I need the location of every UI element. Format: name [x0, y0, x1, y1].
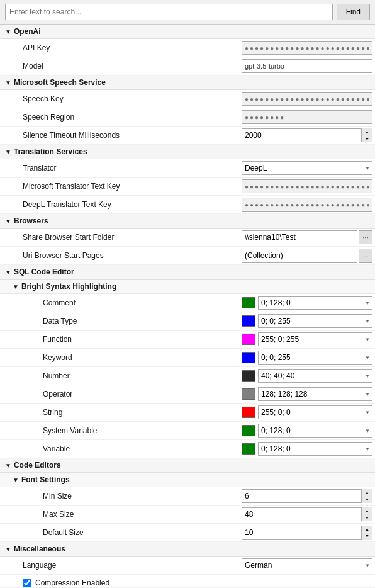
compression-checkbox[interactable]: [23, 579, 31, 587]
string-color-row: [242, 405, 372, 419]
function-color-input[interactable]: [258, 332, 372, 346]
miscellaneous-label: Miscellaneous: [14, 545, 65, 553]
ms-text-key-row: Microsoft Translator Text Key: [0, 178, 375, 196]
language-select-wrapper: German: [242, 558, 372, 572]
openai-model-control: [239, 59, 375, 74]
string-color-input[interactable]: [258, 405, 372, 419]
section-translation[interactable]: ▼ Translation Services: [0, 145, 375, 159]
speech-key-control: [239, 91, 375, 106]
comment-color-input[interactable]: [258, 296, 372, 310]
share-folder-input[interactable]: [242, 230, 357, 244]
section-font-settings[interactable]: ▼ Font Settings: [0, 473, 375, 487]
speech-key-input[interactable]: [242, 92, 372, 106]
silence-timeout-input[interactable]: [242, 128, 372, 142]
max-size-input[interactable]: [242, 507, 372, 521]
bright-syntax-arrow: ▼: [13, 283, 19, 290]
operator-label: Operator: [0, 388, 239, 400]
section-microsoft-speech[interactable]: ▼ Microsoft Speech Service: [0, 76, 375, 90]
language-control: German: [239, 558, 375, 573]
min-size-down[interactable]: ▼: [362, 496, 372, 503]
max-size-label: Max Size: [0, 509, 239, 520]
system-variable-swatch: [242, 425, 255, 436]
uri-pages-browse-button[interactable]: ···: [359, 249, 372, 263]
operator-row: Operator: [0, 385, 375, 404]
number-swatch: [242, 370, 255, 382]
comment-row: Comment: [0, 294, 375, 312]
sql-arrow: ▼: [5, 269, 11, 276]
default-size-down[interactable]: ▼: [362, 533, 372, 540]
code-editors-label: Code Editors: [14, 461, 61, 470]
sql-label: SQL Code Editor: [14, 268, 74, 276]
keyword-color-input[interactable]: [258, 351, 372, 365]
min-size-input[interactable]: [242, 489, 372, 503]
variable-color-input[interactable]: [258, 442, 372, 456]
comment-label: Comment: [0, 297, 239, 308]
deepl-text-key-input[interactable]: [242, 198, 372, 212]
bright-syntax-label: Bright Syntax Highlighting: [21, 282, 116, 291]
section-code-editors[interactable]: ▼ Code Editors: [0, 458, 375, 473]
section-openai[interactable]: ▼ OpenAi: [0, 25, 375, 39]
number-color-row: [242, 369, 372, 383]
uri-pages-control: ···: [239, 248, 375, 263]
openai-apikey-input[interactable]: [242, 41, 372, 55]
string-swatch: [242, 407, 255, 418]
system-variable-label: System Variable: [0, 425, 239, 436]
font-settings-label: Font Settings: [21, 475, 70, 484]
operator-color-row: [242, 387, 372, 401]
system-variable-color-input[interactable]: [258, 424, 372, 438]
translator-select-wrapper: DeepL: [242, 161, 372, 175]
silence-timeout-spinner: ▲ ▼: [242, 128, 372, 142]
default-size-up[interactable]: ▲: [362, 526, 372, 533]
variable-label: Variable: [0, 443, 239, 455]
silence-timeout-up[interactable]: ▲: [362, 128, 372, 135]
comment-swatch: [242, 297, 255, 308]
system-variable-value-wrapper: [258, 424, 372, 438]
language-select[interactable]: German: [242, 558, 372, 572]
translator-select[interactable]: DeepL: [242, 161, 372, 175]
openai-label: OpenAi: [14, 27, 41, 36]
variable-value-wrapper: [258, 442, 372, 456]
uri-pages-row: Uri Browser Start Pages ···: [0, 247, 375, 265]
datatype-value-wrapper: [258, 314, 372, 328]
speech-region-input[interactable]: [242, 110, 372, 124]
section-miscellaneous[interactable]: ▼ Miscellaneous: [0, 542, 375, 557]
section-sql-code-editor[interactable]: ▼ SQL Code Editor: [0, 265, 375, 280]
speech-key-label: Speech Key: [0, 93, 239, 105]
openai-model-input[interactable]: [242, 59, 372, 73]
share-folder-control: ···: [239, 230, 375, 245]
min-size-label: Min Size: [0, 490, 239, 502]
section-browsers[interactable]: ▼ Browsers: [0, 214, 375, 229]
string-value-wrapper: [258, 405, 372, 419]
datatype-color-row: [242, 314, 372, 328]
function-row: Function: [0, 331, 375, 349]
ms-speech-label: Microsoft Speech Service: [14, 78, 106, 87]
translator-label: Translator: [0, 162, 239, 174]
operator-color-input[interactable]: [258, 387, 372, 401]
max-size-spin-btns: ▲ ▼: [361, 507, 372, 521]
share-folder-browse-button[interactable]: ···: [359, 230, 372, 244]
max-size-up[interactable]: ▲: [362, 507, 372, 514]
section-bright-syntax[interactable]: ▼ Bright Syntax Highlighting: [0, 280, 375, 294]
function-swatch: [242, 334, 255, 345]
default-size-input[interactable]: [242, 526, 372, 540]
keyword-swatch: [242, 352, 255, 363]
number-color-input[interactable]: [258, 369, 372, 383]
find-button[interactable]: Find: [337, 4, 370, 20]
search-input[interactable]: [5, 4, 333, 20]
deepl-text-key-control: [239, 197, 375, 212]
silence-timeout-down[interactable]: ▼: [362, 135, 372, 142]
number-row: Number: [0, 367, 375, 385]
uri-pages-input[interactable]: [242, 249, 357, 263]
openai-arrow: ▼: [5, 28, 11, 35]
openai-model-label: Model: [0, 60, 239, 72]
speech-region-label: Speech Region: [0, 111, 239, 123]
min-size-up[interactable]: ▲: [362, 489, 372, 496]
ms-text-key-input[interactable]: [242, 179, 372, 193]
openai-apikey-row: API Key: [0, 39, 375, 57]
datatype-control: [239, 314, 375, 329]
keyword-value-wrapper: [258, 351, 372, 365]
system-variable-color-row: [242, 424, 372, 438]
ms-speech-arrow: ▼: [5, 79, 11, 86]
max-size-down[interactable]: ▼: [362, 514, 372, 521]
datatype-color-input[interactable]: [258, 314, 372, 328]
